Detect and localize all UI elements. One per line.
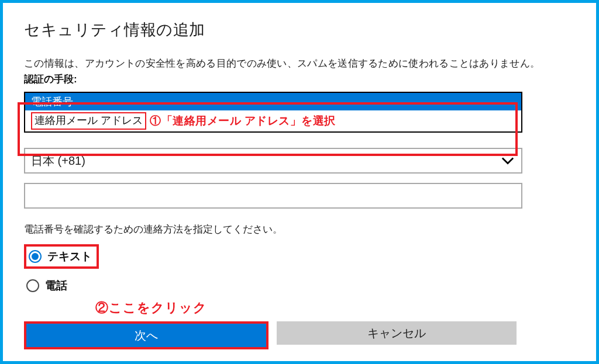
auth-method-label: 認証の手段:: [24, 72, 575, 86]
annotation-frame-step2: 次へ: [24, 321, 268, 349]
next-button[interactable]: 次へ: [26, 324, 266, 347]
chevron-down-icon: [501, 157, 514, 165]
country-code-selected: 日本 (+81): [31, 153, 85, 169]
country-code-select[interactable]: 日本 (+81): [24, 148, 522, 174]
radio-text[interactable]: テキスト: [24, 244, 99, 269]
radio-call-label: 電話: [45, 278, 67, 293]
cancel-button[interactable]: キャンセル: [277, 321, 517, 345]
radio-text-button[interactable]: [29, 250, 42, 263]
phone-number-input[interactable]: [24, 183, 522, 209]
dialog-window: セキュリティ情報の追加 この情報は、アカウントの安全性を高める目的でのみ使い、ス…: [0, 0, 599, 364]
auth-method-dropdown[interactable]: 電話番号 連絡用メール アドレス ①「連絡用メール アドレス」を選択: [24, 92, 522, 133]
contact-method-radios: テキスト 電話: [24, 244, 575, 296]
button-row: 次へ キャンセル: [24, 321, 517, 349]
contact-method-heading: 電話番号を確認するための連絡方法を指定してください。: [24, 223, 575, 236]
auth-method-option-email[interactable]: 連絡用メール アドレス ①「連絡用メール アドレス」を選択: [25, 110, 521, 131]
radio-text-label: テキスト: [47, 249, 92, 264]
radio-call[interactable]: 電話: [24, 276, 575, 296]
annotation-step2: ②ここをクリック: [95, 299, 207, 317]
dialog-title: セキュリティ情報の追加: [24, 19, 575, 40]
dialog-description: この情報は、アカウントの安全性を高める目的でのみ使い、スパムを送信するために使わ…: [24, 57, 575, 70]
auth-method-option-email-label: 連絡用メール アドレス: [31, 112, 146, 130]
radio-call-button[interactable]: [26, 279, 39, 292]
auth-method-option-phone[interactable]: 電話番号: [25, 93, 521, 110]
annotation-step1: ①「連絡用メール アドレス」を選択: [150, 113, 336, 129]
